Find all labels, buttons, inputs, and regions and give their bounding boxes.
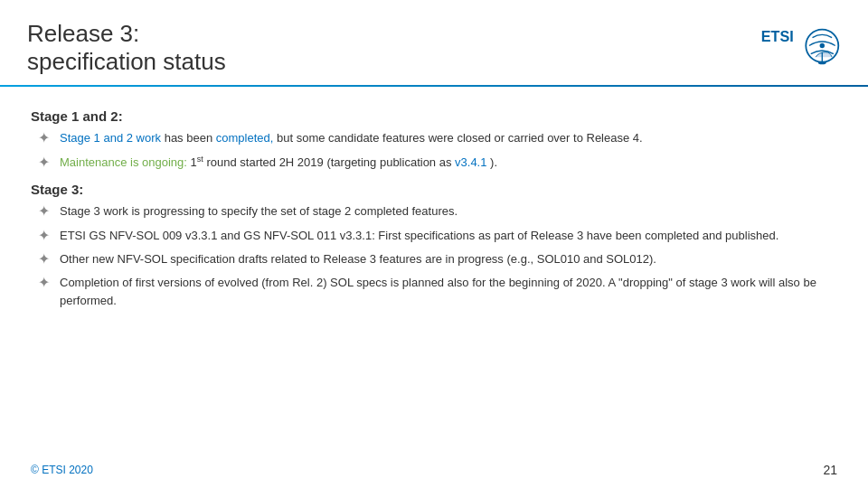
slide: Release 3: specification status ETSI: [0, 0, 868, 488]
title-line2: specification status: [27, 48, 226, 76]
bullet-icon: ✦: [34, 153, 52, 173]
title-line1: Release 3:: [27, 20, 226, 48]
text-span: completed,: [216, 131, 274, 145]
title-block: Release 3: specification status: [27, 20, 226, 76]
bullet-text: ETSI GS NFV-SOL 009 v3.3.1 and GS NFV-SO…: [60, 227, 837, 245]
text-span: Maintenance is ongoing:: [60, 155, 187, 169]
text-span: 1st round started 2H 2019 (targeting pub…: [191, 155, 455, 169]
bullet-item: ✦ ETSI GS NFV-SOL 009 v3.3.1 and GS NFV-…: [31, 227, 837, 246]
text-span: Stage 1 and 2 work: [60, 131, 161, 145]
bullet-item: ✦ Stage 1 and 2 work has been completed,…: [31, 129, 837, 148]
bullet-text: Stage 3 work is progressing to specify t…: [60, 202, 837, 221]
bullet-text: Maintenance is ongoing: 1st round starte…: [60, 154, 837, 172]
header: Release 3: specification status ETSI: [0, 0, 868, 85]
bullet-item: ✦ Completion of first versions of evolve…: [31, 274, 837, 309]
bullet-item: ✦ Maintenance is ongoing: 1st round star…: [31, 154, 837, 173]
footer: © ETSI 2020 21: [31, 463, 837, 477]
bullet-text: Completion of first versions of evolved …: [60, 274, 837, 309]
section-title-stage12: Stage 1 and 2:: [31, 108, 837, 124]
bullet-icon: ✦: [34, 202, 52, 221]
etsi-logo-icon: ETSI: [760, 23, 841, 69]
copyright-text: © ETSI 2020: [31, 464, 93, 476]
text-span: has been: [165, 131, 216, 145]
svg-point-2: [820, 43, 825, 48]
svg-text:ETSI: ETSI: [761, 28, 794, 44]
bullet-icon: ✦: [34, 249, 52, 269]
bullet-text: Stage 1 and 2 work has been completed, b…: [60, 129, 837, 147]
bullet-icon: ✦: [34, 273, 52, 293]
section-title-stage3: Stage 3:: [31, 182, 837, 197]
page-number: 21: [823, 463, 837, 477]
text-span: ).: [490, 155, 497, 169]
text-span: but some candidate features were closed …: [277, 131, 643, 145]
svg-point-4: [818, 61, 826, 65]
text-span: v3.4.1: [455, 155, 486, 169]
bullet-icon: ✦: [34, 226, 52, 246]
bullet-item: ✦ Other new NFV-SOL specification drafts…: [31, 250, 837, 269]
logo-area: ETSI: [760, 23, 841, 69]
bullet-icon: ✦: [34, 128, 52, 148]
bullet-item: ✦ Stage 3 work is progressing to specify…: [31, 202, 837, 221]
content-area: Stage 1 and 2: ✦ Stage 1 and 2 work has …: [0, 87, 868, 323]
bullet-text: Other new NFV-SOL specification drafts r…: [60, 250, 837, 268]
